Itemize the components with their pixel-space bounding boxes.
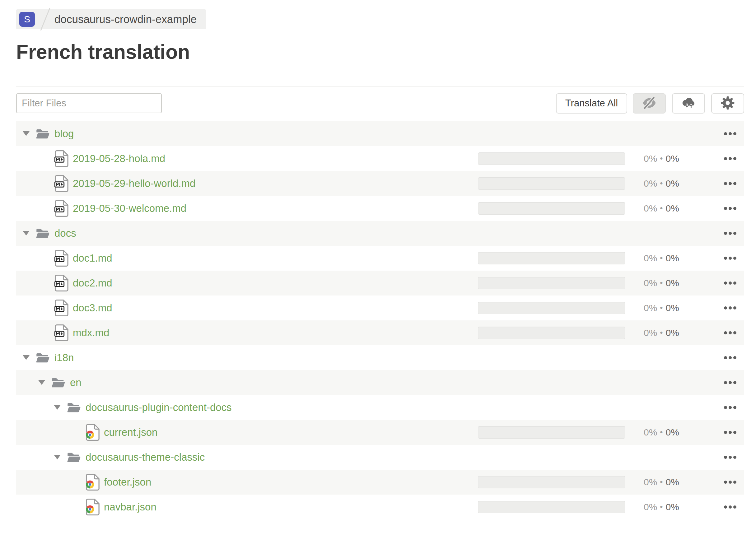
row-menu-button[interactable] [724, 494, 736, 519]
translation-progress-bar [478, 302, 625, 314]
percent-separator: • [660, 154, 663, 163]
row-menu-button[interactable] [724, 221, 736, 246]
percent-separator: • [660, 203, 663, 213]
approved-percent: 0% [666, 427, 679, 438]
eye-slash-icon [642, 96, 657, 110]
row-menu-button[interactable] [724, 321, 736, 345]
file-name-link[interactable]: navbar.json [104, 501, 157, 513]
markdown-file-icon [55, 150, 69, 167]
file-name-link[interactable]: current.json [104, 427, 157, 438]
row-menu-button[interactable] [724, 296, 736, 321]
folder-row: docusaurus-plugin-content-docs [16, 395, 744, 420]
translate-all-button[interactable]: Translate All [556, 93, 627, 113]
json-chrome-file-icon [85, 473, 100, 491]
folder-name-link[interactable]: docusaurus-plugin-content-docs [85, 402, 232, 413]
row-menu-button[interactable] [724, 196, 736, 221]
row-menu-button[interactable] [724, 246, 736, 271]
file-row: 2019-05-28-hola.md 0% • 0% [16, 146, 744, 171]
progress-percentages: 0% • 0% [644, 296, 679, 321]
markdown-file-icon [55, 274, 69, 292]
json-chrome-file-icon [85, 424, 100, 441]
row-menu-button[interactable] [724, 121, 736, 146]
progress-percentages: 0% • 0% [644, 470, 679, 494]
markdown-file-icon [55, 200, 69, 217]
folder-name-link[interactable]: docs [55, 227, 76, 239]
translated-percent: 0% [644, 278, 657, 288]
progress-percentages: 0% • 0% [644, 494, 679, 519]
percent-separator: • [660, 179, 663, 188]
folder-row: blog [16, 121, 744, 146]
sync-translations-button[interactable] [672, 93, 705, 113]
translated-percent: 0% [644, 328, 657, 338]
approved-percent: 0% [666, 153, 679, 164]
folder-name-link[interactable]: i18n [55, 352, 74, 364]
file-name-link[interactable]: 2019-05-30-welcome.md [73, 202, 186, 214]
row-menu-button[interactable] [724, 345, 736, 370]
folder-open-icon [67, 402, 80, 413]
translated-percent: 0% [644, 203, 657, 214]
caret-down-icon[interactable] [23, 231, 30, 235]
translation-progress-bar [478, 501, 625, 513]
toggle-hidden-files-button[interactable] [633, 93, 666, 113]
gear-icon [720, 96, 735, 111]
row-menu-button[interactable] [724, 395, 736, 420]
folder-row: en [16, 370, 744, 395]
caret-down-icon[interactable] [54, 455, 61, 460]
progress-percentages: 0% • 0% [644, 196, 679, 221]
row-menu-button[interactable] [724, 470, 736, 494]
approved-percent: 0% [666, 303, 679, 313]
translation-progress-bar [478, 177, 625, 190]
approved-percent: 0% [666, 502, 679, 512]
caret-down-icon[interactable] [23, 131, 30, 136]
file-name-link[interactable]: doc2.md [73, 277, 112, 289]
folder-name-link[interactable]: docusaurus-theme-classic [85, 451, 205, 463]
progress-percentages: 0% • 0% [644, 420, 679, 445]
file-name-link[interactable]: 2019-05-28-hola.md [73, 153, 165, 165]
cloud-download-upload-icon [681, 96, 696, 111]
progress-percentages: 0% • 0% [644, 146, 679, 171]
folder-name-link[interactable]: en [70, 377, 81, 388]
project-avatar[interactable]: S [19, 12, 35, 27]
caret-down-icon[interactable] [38, 380, 45, 385]
file-name-link[interactable]: doc3.md [73, 302, 112, 314]
file-row: doc1.md 0% • 0% [16, 246, 744, 271]
folder-open-icon [51, 377, 65, 388]
folder-open-icon [36, 128, 50, 139]
row-menu-button[interactable] [724, 420, 736, 445]
row-menu-button[interactable] [724, 146, 736, 171]
translated-percent: 0% [644, 303, 657, 313]
row-menu-button[interactable] [724, 171, 736, 196]
translated-percent: 0% [644, 178, 657, 189]
file-row: current.json 0% • 0% [16, 420, 744, 445]
translation-progress-bar [478, 202, 625, 214]
file-row: doc2.md 0% • 0% [16, 271, 744, 296]
file-name-link[interactable]: footer.json [104, 476, 151, 488]
row-menu-button[interactable] [724, 445, 736, 470]
file-row: doc3.md 0% • 0% [16, 296, 744, 321]
translated-percent: 0% [644, 427, 657, 438]
percent-separator: • [660, 427, 663, 437]
breadcrumb-project-name[interactable]: docusaurus-crowdin-example [55, 13, 197, 26]
file-row: mdx.md 0% • 0% [16, 321, 744, 345]
translation-progress-bar [478, 277, 625, 289]
caret-down-icon[interactable] [23, 355, 30, 360]
row-menu-button[interactable] [724, 271, 736, 296]
folder-name-link[interactable]: blog [55, 128, 74, 140]
folder-open-icon [36, 228, 50, 239]
progress-percentages: 0% • 0% [644, 171, 679, 196]
file-name-link[interactable]: mdx.md [73, 327, 109, 339]
file-name-link[interactable]: 2019-05-29-hello-world.md [73, 178, 195, 190]
percent-separator: • [660, 477, 663, 487]
approved-percent: 0% [666, 477, 679, 487]
file-name-link[interactable]: doc1.md [73, 252, 112, 264]
translation-progress-bar [478, 476, 625, 488]
caret-down-icon[interactable] [54, 405, 61, 410]
folder-row: i18n [16, 345, 744, 370]
translation-progress-bar [478, 252, 625, 264]
progress-percentages: 0% • 0% [644, 246, 679, 271]
row-menu-button[interactable] [724, 370, 736, 395]
translated-percent: 0% [644, 502, 657, 512]
filter-files-input[interactable] [16, 93, 162, 113]
settings-button[interactable] [711, 93, 744, 113]
progress-percentages: 0% • 0% [644, 321, 679, 345]
